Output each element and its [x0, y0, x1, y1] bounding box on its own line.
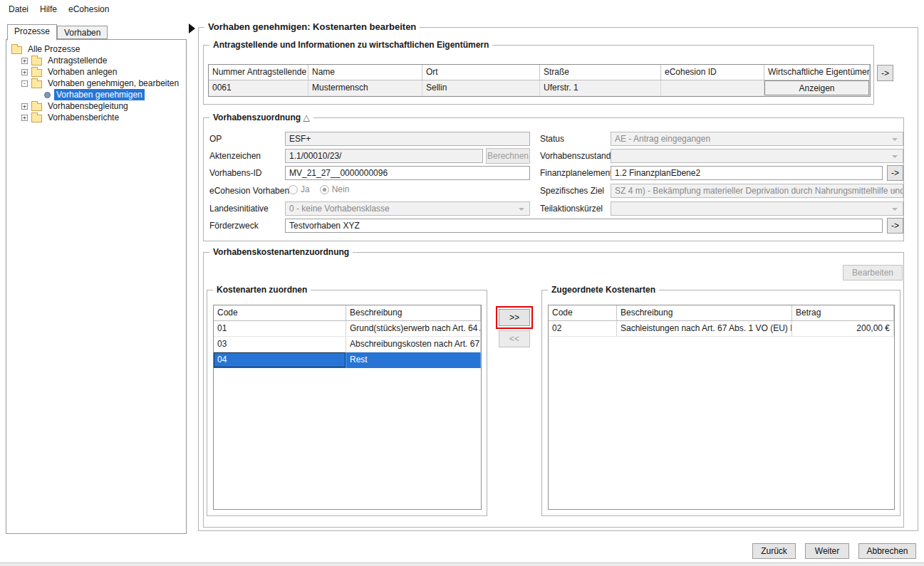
tab-prozesse[interactable]: Prozesse	[7, 24, 57, 41]
op-value: ESF+	[289, 134, 311, 144]
column-header-beschreibung[interactable]: Beschreibung	[617, 305, 792, 320]
zuordnen-table-header: Code Beschreibung	[214, 305, 481, 321]
tab-vorhaben[interactable]: Vorhaben	[57, 26, 108, 39]
table-row-03[interactable]: 03 Abschreibungskosten nach Art. 67 Abs	[214, 337, 481, 352]
cell-beschreibung: Rest	[346, 352, 481, 368]
finanzplanelement-field[interactable]: 1.2 FinanzplanEbene2	[611, 166, 883, 180]
berechnen-button[interactable]: Berechnen	[486, 148, 530, 164]
chevron-down-icon	[519, 208, 524, 211]
ecohesion-radio-group: Ja Nein	[289, 184, 349, 194]
table-row-04-selected[interactable]: 04 Rest	[214, 352, 481, 368]
tree-item-vorhaben-genehmigen-bearbeiten[interactable]: - Vorhaben genehmigen, bearbeiten	[6, 78, 186, 89]
zugeordnete-kostenarten-group: Zugeordnete Kostenarten Code Beschreibun…	[541, 290, 900, 516]
cell-beschreibung: Sachleistungen nach Art. 67 Abs. 1 VO (E…	[617, 321, 792, 337]
column-header-ecohesion-id[interactable]: eCohesion ID	[661, 65, 764, 80]
radio-ja-label: Ja	[301, 184, 310, 194]
radio-nein[interactable]	[320, 185, 329, 194]
collapse-icon[interactable]: -	[21, 80, 28, 87]
cell-nummer: 0061	[209, 80, 308, 96]
op-field[interactable]: ESF+	[285, 132, 530, 146]
zugeordnet-table-header: Code Beschreibung Betrag	[549, 305, 894, 321]
warning-triangle-icon: △	[303, 112, 309, 122]
column-header-eigentuemer[interactable]: Wirtschaftliche Eigentümer	[764, 65, 870, 80]
aktenzeichen-value: 1.1/00010/23/	[289, 151, 341, 161]
zugeordnete-kostenarten-title: Zugeordnete Kostenarten	[548, 285, 659, 295]
tree-item-alle-prozesse[interactable]: Alle Prozesse	[6, 43, 186, 55]
spezifisches-ziel-select[interactable]: SZ 4 m) - Bekämpfung materieller Depriva…	[611, 184, 903, 198]
radio-ja[interactable]	[289, 185, 298, 194]
column-header-code[interactable]: Code	[214, 305, 346, 320]
tree-item-vorhaben-anlegen[interactable]: + Vorhaben anlegen	[6, 66, 186, 78]
finanzplanelement-label: Finanzplanelement	[540, 168, 612, 178]
kostenarten-group-title: Vorhabenskostenartenzuordnung	[209, 247, 353, 257]
weiter-button[interactable]: Weiter	[805, 543, 849, 559]
cell-code: 04	[214, 352, 346, 368]
folder-icon	[31, 58, 42, 65]
anzeigen-button[interactable]: Anzeigen	[764, 80, 869, 95]
bearbeiten-button[interactable]: Bearbeiten	[843, 265, 903, 281]
move-left-button[interactable]: <<	[499, 330, 530, 347]
sidebar-collapse-arrow-icon[interactable]	[189, 23, 195, 33]
vorhabens-id-value: MV_21_27__0000000096	[289, 168, 388, 178]
expand-icon[interactable]: +	[21, 103, 28, 110]
status-value: AE - Antrag eingegangen	[615, 134, 710, 144]
tree-item-vorhaben-genehmigen[interactable]: Vorhaben genehmigen	[6, 89, 186, 100]
kostenarten-zuordnen-title: Kostenarten zuordnen	[213, 285, 311, 295]
vorhabenszuordnung-group-title: Vorhabenszuordnung △	[209, 112, 313, 122]
column-header-betrag[interactable]: Betrag	[792, 305, 894, 320]
spezifisches-ziel-label: Spezifisches Ziel	[540, 186, 604, 196]
antragstellende-detail-button[interactable]: ->	[877, 65, 893, 81]
menu-ecohesion[interactable]: eCohesion	[63, 1, 115, 17]
tree-item-label: Alle Prozesse	[26, 43, 82, 55]
column-header-nummer[interactable]: Nummer Antragstellende	[209, 65, 308, 80]
expand-icon[interactable]: +	[21, 69, 28, 75]
sidebar: Prozesse Vorhaben Alle Prozesse + Antrag…	[6, 24, 187, 534]
foerderzweck-value: Testvorhaben XYZ	[289, 221, 360, 231]
expand-icon[interactable]: +	[21, 58, 28, 64]
menu-hilfe[interactable]: Hilfe	[34, 1, 63, 17]
cell-beschreibung: Grund(stücks)erwerb nach Art. 64 Abs	[346, 321, 481, 337]
chevron-down-icon	[892, 138, 898, 141]
expand-icon[interactable]: +	[21, 115, 28, 121]
folder-icon	[31, 69, 42, 77]
antragstellende-table-row[interactable]: 0061 Mustermensch Sellin Uferstr. 1 Anze…	[209, 80, 870, 96]
column-header-strasse[interactable]: Straße	[540, 65, 661, 80]
foerderzweck-field[interactable]: Testvorhaben XYZ	[285, 219, 883, 233]
menu-datei[interactable]: Datei	[3, 1, 34, 17]
move-right-button[interactable]: >>	[499, 309, 530, 326]
tree-item-vorhabensberichte[interactable]: + Vorhabensberichte	[6, 112, 186, 123]
column-header-beschreibung[interactable]: Beschreibung	[346, 305, 481, 320]
zugeordnete-kostenarten-table: Code Beschreibung Betrag 02 Sachleistung…	[548, 305, 895, 510]
vorhabenszuordnung-group: Vorhabenszuordnung △ OP ESF+ Aktenzeiche…	[203, 117, 904, 241]
column-header-ort[interactable]: Ort	[422, 65, 540, 80]
main-panel: Vorhaben genehmigen: Kostenarten bearbei…	[198, 27, 918, 531]
cell-ecohesion-id	[661, 80, 764, 96]
page-title: Vorhaben genehmigen: Kostenarten bearbei…	[204, 21, 420, 32]
vorhabenszuordnung-title-text: Vorhabenszuordnung	[213, 112, 301, 122]
table-row-01[interactable]: 01 Grund(stücks)erwerb nach Art. 64 Abs	[214, 321, 481, 337]
foerderzweck-detail-button[interactable]: ->	[887, 218, 903, 234]
tree-item-antragstellende[interactable]: + Antragstellende	[6, 55, 186, 66]
folder-icon	[31, 80, 42, 88]
zurueck-button[interactable]: Zurück	[752, 543, 796, 559]
op-label: OP	[209, 134, 222, 144]
teilaktionskuerzel-label: Teilaktionskürzel	[540, 204, 603, 214]
aktenzeichen-field[interactable]: 1.1/00010/23/	[285, 149, 483, 163]
aktenzeichen-label: Aktenzeichen	[209, 151, 261, 161]
folder-icon	[31, 115, 42, 122]
column-header-code[interactable]: Code	[549, 305, 617, 320]
status-select[interactable]: AE - Antrag eingegangen	[611, 132, 903, 146]
table-row-02[interactable]: 02 Sachleistungen nach Art. 67 Abs. 1 VO…	[549, 321, 894, 337]
teilaktionskuerzel-select[interactable]	[611, 201, 903, 216]
chevron-down-icon	[892, 155, 898, 158]
landesinitiative-select[interactable]: 0 - keine Vorhabensklasse	[285, 201, 530, 216]
menubar: Datei Hilfe eCohesion	[0, 0, 924, 19]
finanzplanelement-detail-button[interactable]: ->	[887, 165, 903, 181]
abbrechen-button[interactable]: Abbrechen	[858, 543, 916, 559]
chevron-down-icon	[892, 190, 898, 193]
vorhabens-id-field[interactable]: MV_21_27__0000000096	[285, 166, 530, 180]
tree-item-vorhabensbegleitung[interactable]: + Vorhabensbegleitung	[6, 100, 186, 112]
cell-code: 02	[549, 321, 617, 337]
vorhabenszustand-select[interactable]	[611, 149, 903, 163]
column-header-name[interactable]: Name	[308, 65, 422, 80]
